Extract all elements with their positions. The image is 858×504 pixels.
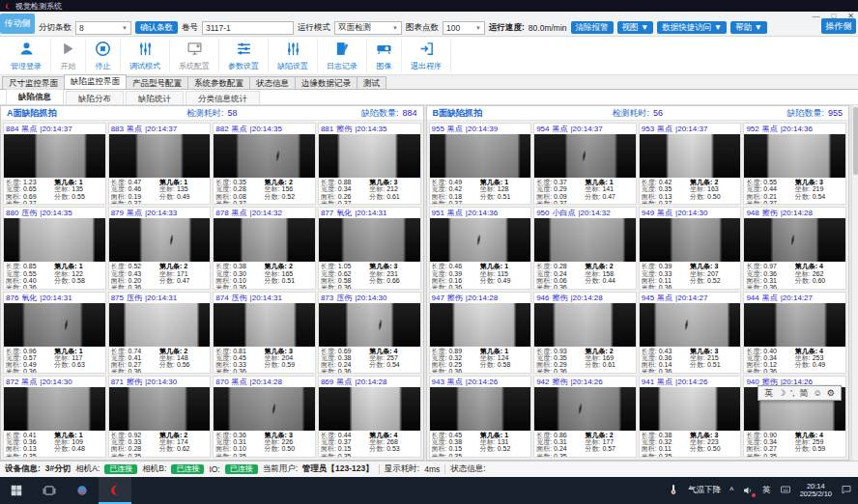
info-label: 宽度: — [111, 354, 127, 361]
info-value: 0.16 — [448, 277, 462, 284]
defect-cell[interactable]: 870 黑点 |20:14:28 长度:0.36宽度:0.31面积:0.10米数… — [213, 376, 316, 458]
defect-cell[interactable]: 952 黑点 |20:14:36 长度:0.55宽度:0.44面积:0.21米数… — [743, 123, 846, 205]
tab-0[interactable]: 尺寸监控界面 — [2, 76, 65, 89]
defect-cell[interactable]: 953 黑点 |20:14:37 长度:0.42宽度:0.35面积:0.13米数… — [639, 123, 742, 205]
ime-punct-icon[interactable]: ’, — [790, 388, 795, 398]
subtab-2[interactable]: 缺陷统计 — [126, 91, 184, 104]
defect-cell[interactable]: 881 擦伤 |20:14:35 长度:0.88宽度:0.34面积:0.26米数… — [318, 123, 421, 205]
defect-cell[interactable]: 869 黑点 |20:14:28 长度:0.44宽度:0.37面积:0.15米数… — [318, 376, 421, 458]
info-label: 长度: — [642, 179, 657, 185]
help-menu-button[interactable]: 帮助 ▼ — [730, 21, 767, 34]
weather-ticker[interactable]: 气温下降 — [688, 485, 721, 496]
ime-lang-toggle[interactable]: 英 — [764, 387, 773, 400]
drive-side-button[interactable]: 传动侧 — [0, 14, 35, 34]
defect-cell[interactable]: 944 黑点 |20:14:27 长度:0.40宽度:0.34面积:0.12米数… — [743, 292, 846, 374]
tab-6[interactable]: 测试 — [357, 76, 386, 89]
defect-cell[interactable]: 876 氧化 |20:14:31 长度:0.96宽度:0.57面积:0.49米数… — [3, 292, 106, 374]
subtab-0[interactable]: 缺陷信息 — [6, 89, 64, 104]
defect-cell[interactable]: 878 黑点 |20:14:32 长度:0.38宽度:0.30面积:0.10米数… — [213, 207, 316, 289]
tab-3[interactable]: 系统参数配置 — [187, 76, 250, 89]
defect-cell[interactable]: 954 黑点 |20:14:37 长度:0.37宽度:0.29面积:0.09米数… — [533, 123, 637, 205]
defect-cell[interactable]: 882 黑点 |20:14:35 长度:0.35宽度:0.28面积:0.08米数… — [213, 123, 316, 205]
defect-image — [430, 134, 531, 178]
info-value: 0.29 — [554, 361, 567, 368]
toolbar-button-exit[interactable]: 退出程序 — [402, 40, 451, 72]
defect-info: 长度:0.28宽度:0.24面积:0.06米数:0.36 第几条:2坐标:158… — [534, 262, 636, 288]
pinned-app-icon[interactable] — [66, 477, 99, 504]
material-strip-image — [4, 134, 105, 178]
ime-indicator[interactable]: 英 — [762, 485, 771, 496]
tab-2[interactable]: 产品型号配置 — [126, 76, 188, 89]
info-value: 204 — [282, 354, 294, 361]
strip-count-select[interactable]: 8 ▼ — [75, 21, 131, 35]
defect-cell[interactable]: 943 黑点 |20:14:26 长度:0.45宽度:0.38面积:0.15米数… — [429, 376, 532, 458]
tray-expand-caret[interactable]: ^ — [729, 486, 733, 495]
defect-cell[interactable]: 872 黑点 |20:14:30 长度:0.41宽度:0.36面积:0.13米数… — [3, 376, 106, 458]
touch-keyboard-icon[interactable] — [780, 484, 791, 497]
tab-5[interactable]: 边缘数据记录 — [295, 76, 358, 89]
defect-cell[interactable]: 880 压伤 |20:14:35 长度:0.85宽度:0.55面积:0.40米数… — [3, 207, 106, 289]
defect-cell[interactable]: 949 黑点 |20:14:30 长度:0.39宽度:0.33面积:0.11米数… — [639, 207, 742, 289]
thermometer-icon[interactable] — [668, 484, 679, 497]
volume-icon[interactable] — [742, 485, 754, 496]
defect-cell[interactable]: 947 擦伤 |20:14:28 长度:0.89宽度:0.32面积:0.25米数… — [429, 292, 532, 374]
defect-cell[interactable]: 950 小白点 |20:14:32 长度:0.28宽度:0.24面积:0.06米… — [533, 207, 637, 289]
defect-cell[interactable]: 955 黑点 |20:14:39 长度:0.49宽度:0.42面积:0.18米数… — [429, 123, 532, 205]
defect-cell[interactable]: 942 擦伤 |20:14:26 长度:0.86宽度:0.31面积:0.24米数… — [533, 376, 637, 458]
toolbar-button-camera[interactable]: 图像 — [367, 40, 402, 72]
task-view-button[interactable] — [33, 477, 66, 504]
ime-simplified-toggle[interactable]: 简 — [800, 387, 809, 400]
info-value: 141 — [602, 185, 614, 192]
ime-fullhalf-icon[interactable]: ☽ — [778, 388, 786, 398]
clock[interactable]: 20:14 2025/2/10 — [800, 483, 832, 499]
run-mode-select[interactable]: 双面检测 ▼ — [334, 21, 402, 35]
ime-emoji-icon[interactable]: ☺ — [814, 388, 822, 398]
subtab-1[interactable]: 缺陷分布 — [66, 91, 124, 104]
toolbar-button-sliders-v[interactable]: 调试模式 — [121, 40, 170, 72]
info-value: 4 — [819, 263, 823, 269]
toolbar-button-play[interactable]: 开始 — [51, 40, 86, 72]
defect-cell[interactable]: 874 压伤 |20:14:31 长度:0.81宽度:0.45面积:0.33米数… — [213, 292, 316, 374]
toolbar-button-stop[interactable]: 停止 — [86, 40, 121, 72]
operation-side-button[interactable]: 操作侧 — [821, 18, 856, 34]
start-button[interactable] — [0, 477, 33, 504]
defect-cell[interactable]: 951 黑点 |20:14:36 长度:0.46宽度:0.39面积:0.16米数… — [429, 207, 532, 289]
data-access-menu-button[interactable]: 数据快捷访问 ▼ — [657, 21, 727, 34]
toolbar-button-sliders-v2[interactable]: 缺陷设置 — [269, 40, 318, 72]
chart-points-select[interactable]: 100 ▼ — [443, 21, 485, 35]
defect-cell[interactable]: 877 氧化 |20:14:31 长度:1.05宽度:0.62面积:0.58米数… — [318, 207, 421, 289]
defect-cell[interactable]: 946 擦伤 |20:14:28 长度:0.93宽度:0.35面积:0.29米数… — [533, 292, 637, 374]
defect-cell[interactable]: 875 压伤 |20:14:31 长度:0.74宽度:0.41面积:0.27米数… — [108, 292, 212, 374]
info-value: 0.50 — [707, 193, 721, 200]
defect-cell[interactable]: 941 黑点 |20:14:26 长度:0.38宽度:0.32面积:0.11米数… — [639, 376, 742, 458]
vertical-scrollbar[interactable] — [851, 105, 858, 461]
info-value: 262 — [813, 270, 824, 277]
defect-cell[interactable]: 873 压伤 |20:14:30 长度:0.69宽度:0.38面积:0.24米数… — [318, 292, 421, 374]
action-center-icon[interactable] — [841, 484, 852, 497]
toolbar-button-user[interactable]: 管理登录 — [2, 40, 51, 72]
defect-cell[interactable]: 883 黑点 |20:14:37 长度:0.47宽度:0.46面积:0.19米数… — [108, 123, 212, 205]
defect-cell[interactable]: 879 黑点 |20:14:33 长度:0.52宽度:0.43面积:0.20米数… — [108, 207, 212, 289]
info-label: 长度: — [536, 432, 552, 438]
defect-cell[interactable]: 871 擦伤 |20:14:30 长度:0.92宽度:0.33面积:0.28米数… — [108, 376, 212, 458]
active-app-icon[interactable] — [99, 477, 131, 504]
ime-settings-gear-icon[interactable]: ⚙ — [827, 388, 835, 398]
toolbar-button-monitor[interactable]: 系统配置 — [170, 40, 219, 72]
view-menu-button[interactable]: 视图 ▼ — [617, 21, 654, 34]
roll-number-input[interactable]: 3117-1 — [202, 21, 294, 35]
defect-cell[interactable]: 945 黑点 |20:14:27 长度:0.43宽度:0.36面积:0.14米数… — [639, 292, 742, 374]
confirm-strips-button[interactable]: 确认条数 — [135, 21, 178, 34]
subtab-3[interactable]: 分类信息统计 — [186, 91, 260, 104]
clear-alarm-button[interactable]: 清除报警 — [571, 21, 614, 34]
defect-cell[interactable]: 948 擦伤 |20:14:28 长度:0.97宽度:0.36面积:0.31米数… — [743, 207, 846, 289]
info-label: 第几条: — [690, 432, 712, 438]
tab-1[interactable]: 缺陷监控界面 — [64, 74, 127, 89]
info-value: 1 — [504, 348, 508, 354]
scrollbar-thumb[interactable] — [853, 107, 858, 175]
tab-4[interactable]: 状态信息 — [249, 76, 296, 89]
defect-cell[interactable]: 884 黑点 |20:14:37 长度:1.23宽度:0.65面积:0.69米数… — [3, 123, 106, 205]
toolbar-button-sliders-h[interactable]: 参数设置 — [219, 40, 269, 72]
toolbar-button-log[interactable]: 日志记录 — [318, 40, 367, 72]
info-label: 米数: — [642, 200, 657, 205]
info-label: 坐标: — [480, 438, 496, 445]
